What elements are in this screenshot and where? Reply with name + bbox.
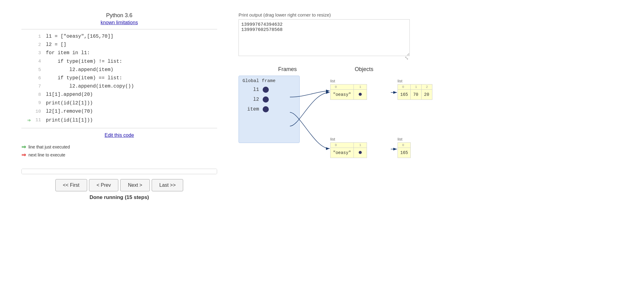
idx-0: 0 xyxy=(398,84,410,90)
code-text-2: l2 = [] xyxy=(46,41,66,49)
list-label-bottom-left: list xyxy=(330,137,335,141)
code-text-11: print(id(l1[1])) xyxy=(46,116,93,125)
known-limitations-link[interactable]: known limitations xyxy=(101,20,138,25)
line-number-8: 8 xyxy=(32,91,41,99)
line-indicator-11: ⇒ xyxy=(21,116,31,125)
code-line-4: 4 if type(item) != list: xyxy=(21,58,217,66)
b2-idx-0: 0 xyxy=(398,143,410,148)
resize-icon: ⤡ xyxy=(405,55,409,61)
print-output-label: Print output (drag lower right corner to… xyxy=(239,12,620,17)
code-line-10: 10 l2[1].remove(70) xyxy=(21,107,217,116)
legend-green-arrow-icon: ⇒ xyxy=(21,144,26,150)
legend-red-arrow-icon: ⇒ xyxy=(21,152,26,158)
code-line-3: 3 for item in l1: xyxy=(21,49,217,57)
status-text: Done running (15 steps) xyxy=(90,194,149,201)
code-line-6: 6 if type(item) == list: xyxy=(21,74,217,82)
list-cell-1: 1 xyxy=(354,84,367,100)
code-line-8: 8 l1[1].append(20) xyxy=(21,91,217,99)
cell-1-idx: 1 xyxy=(354,84,367,90)
b-idx-1: 1 xyxy=(354,143,367,148)
cell-0-idx: 0 xyxy=(331,84,353,90)
progress-bar-container xyxy=(21,169,217,174)
list-165-cell-1: 1 70 xyxy=(411,84,422,100)
line-number-6: 6 xyxy=(32,74,41,82)
first-button[interactable]: << First xyxy=(55,179,87,191)
controls: << First < Prev Next > Last >> xyxy=(55,179,183,191)
code-text-7: l2.append(item.copy()) xyxy=(46,82,134,91)
idx-1: 1 xyxy=(411,84,421,90)
legend-red: ⇒ next line to execute xyxy=(21,152,217,158)
print-line-1: 139997674394632 xyxy=(241,22,407,27)
cell-0-val: "oeasy" xyxy=(331,90,353,99)
code-text-1: l1 = ["oeasy",[165,70]] xyxy=(46,32,113,41)
python-version: Python 3.6 xyxy=(106,12,132,19)
frame-var-l1: l1 xyxy=(244,87,259,92)
visualization-section: Frames Objects Global frame l1 l2 xyxy=(239,66,620,192)
code-line-7: 7 l2.append(item.copy()) xyxy=(21,82,217,91)
list-label-top-left: list xyxy=(330,79,335,83)
frame-pointer-item xyxy=(263,106,269,112)
frame-row-l1: l1 xyxy=(239,85,299,95)
frame-pointer-l2 xyxy=(263,96,269,103)
code-line-1: 1 l1 = ["oeasy",[165,70]] xyxy=(21,32,217,41)
frame-pointer-l1 xyxy=(263,87,269,93)
dot-pointer-bottom xyxy=(359,151,362,154)
legend: ⇒ line that just executed ⇒ next line to… xyxy=(21,144,217,160)
line-number-4: 4 xyxy=(32,58,41,66)
frame-row-l2: l2 xyxy=(239,95,299,104)
idx-2: 2 xyxy=(422,84,432,90)
code-text-9: print(id(l2[1])) xyxy=(46,99,93,107)
b-cell-1-ptr xyxy=(354,148,367,157)
code-text-5: l2.append(item) xyxy=(46,66,113,74)
dot-pointer-top xyxy=(359,93,362,96)
val-70: 70 xyxy=(411,90,421,99)
list-165-bottom: 0 165 xyxy=(398,142,411,158)
legend-green: ⇒ line that just executed xyxy=(21,144,217,150)
line-number-11: 11 xyxy=(32,116,41,124)
prev-button[interactable]: < Prev xyxy=(89,179,119,191)
green-arrow-icon: ⇒ xyxy=(27,116,31,125)
progress-bar xyxy=(21,169,217,174)
code-line-11: ⇒ 11 print(id(l1[1])) xyxy=(21,116,217,125)
code-text-6: if type(item) == list: xyxy=(46,74,122,82)
list-165: 0 165 1 70 2 20 xyxy=(398,84,432,100)
line-number-5: 5 xyxy=(32,66,41,74)
line-number-3: 3 xyxy=(32,49,41,57)
code-text-10: l2[1].remove(70) xyxy=(46,107,93,116)
list-label-165: list xyxy=(398,79,402,83)
legend-red-text: next line to execute xyxy=(28,152,65,157)
print-output-box: 139997674394632 139997602578568 xyxy=(239,19,410,56)
objects-header: Objects xyxy=(355,66,373,73)
b-idx-0: 0 xyxy=(331,143,353,148)
b-val-oeasy: "oeasy" xyxy=(331,148,353,158)
line-number-2: 2 xyxy=(32,41,41,49)
list-165-cell-0: 0 165 xyxy=(398,84,411,100)
last-button[interactable]: Last >> xyxy=(152,179,183,191)
print-line-2: 139997602578568 xyxy=(241,27,407,32)
code-text-3: for item in l1: xyxy=(46,49,90,57)
right-panel: Print output (drag lower right corner to… xyxy=(226,6,632,283)
list-cell-0: 0 "oeasy" xyxy=(330,84,354,100)
frame-var-l2: l2 xyxy=(244,97,259,102)
left-panel: Python 3.6 known limitations 1 l1 = ["oe… xyxy=(12,6,226,283)
frames-header: Frames xyxy=(257,66,318,73)
line-number-7: 7 xyxy=(32,83,41,91)
code-line-2: 2 l2 = [] xyxy=(21,41,217,49)
viz-headers: Frames Objects xyxy=(239,66,620,73)
global-frame-title: Global frame xyxy=(239,76,299,85)
cell-1-ptr xyxy=(354,90,367,99)
viz-diagram: Global frame l1 l2 item xyxy=(239,76,514,192)
code-area: 1 l1 = ["oeasy",[165,70]] 2 l2 = [] 3 fo… xyxy=(21,29,217,128)
code-text-8: l1[1].append(20) xyxy=(46,91,93,99)
code-text-4: if type(item) != list: xyxy=(46,58,122,66)
line-number-10: 10 xyxy=(32,108,41,116)
b2-val-165: 165 xyxy=(398,148,410,158)
main-container: Python 3.6 known limitations 1 l1 = ["oe… xyxy=(0,0,644,289)
global-frame-box: Global frame l1 l2 item xyxy=(239,76,300,143)
list-b-cell-1: 1 xyxy=(354,142,367,158)
next-button[interactable]: Next > xyxy=(120,179,150,191)
line-number-1: 1 xyxy=(32,33,41,41)
frame-var-item: item xyxy=(244,107,259,112)
edit-code-link[interactable]: Edit this code xyxy=(105,133,134,138)
list-b-cell-0: 0 "oeasy" xyxy=(330,142,354,158)
